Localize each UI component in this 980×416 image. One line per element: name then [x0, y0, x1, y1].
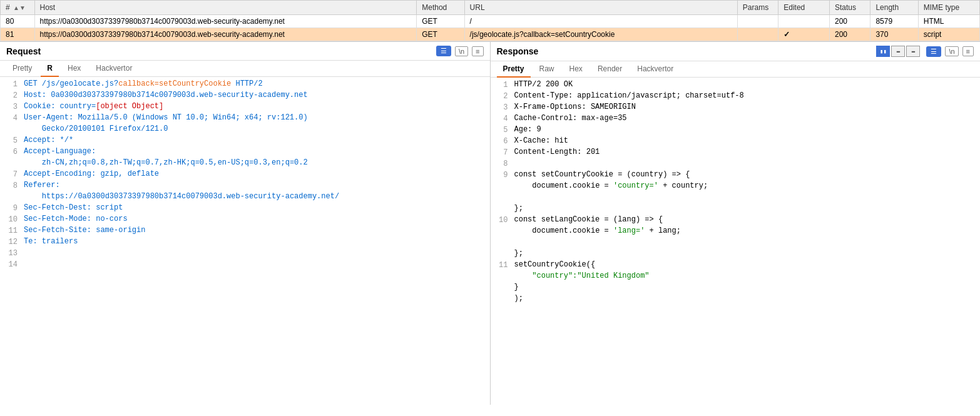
request-wrap-btn[interactable]: \n: [455, 46, 468, 56]
col-status[interactable]: Status: [830, 1, 870, 15]
line-number: [493, 181, 508, 182]
code-line: }: [491, 283, 981, 294]
response-panel-tools: ▮▮ ▬ ▬ ☰ \n ≡: [876, 46, 974, 57]
col-mime[interactable]: MIME type: [918, 1, 979, 15]
code-line: };: [491, 204, 981, 215]
request-menu-btn[interactable]: ≡: [472, 46, 483, 56]
line-content: }: [514, 283, 978, 292]
response-tabs: Pretty Raw Hex Render Hackvertor: [491, 61, 981, 78]
line-content: document.cookie = 'lang=' + lang;: [514, 226, 978, 235]
col-method[interactable]: Method: [417, 1, 464, 15]
code-line: );: [491, 294, 981, 305]
line-content: setCountryCookie({: [514, 260, 978, 269]
code-line: 10Sec-Fetch-Mode: no-cors: [0, 215, 490, 226]
code-line: [491, 193, 981, 204]
col-params[interactable]: Params: [737, 1, 778, 15]
code-token: + lang;: [645, 226, 681, 235]
line-content: );: [514, 294, 978, 303]
line-number: 12: [3, 237, 18, 246]
response-title: Response: [497, 46, 539, 56]
code-token: 'country=': [613, 181, 658, 190]
view-horiz-icon[interactable]: ▬: [891, 46, 905, 57]
col-edited[interactable]: Edited: [778, 1, 830, 15]
line-number: 1: [3, 79, 18, 89]
request-code-area: 1GET /js/geolocate.js?callback=setCountr…: [0, 77, 490, 405]
col-host[interactable]: Host: [34, 1, 417, 15]
code-line: 9const setCountryCookie = (country) => {: [491, 170, 981, 181]
code-token: X-Frame-Options: SAMEORIGIN: [514, 103, 636, 111]
code-token: callback=setCountryCookie: [118, 79, 231, 88]
line-number: [493, 193, 508, 193]
code-token: 'lang=': [613, 226, 645, 235]
code-line: zh-CN,zh;q=0.8,zh-TW;q=0.7,zh-HK;q=0.5,e…: [0, 158, 490, 170]
code-line: 9Sec-Fetch-Dest: script: [0, 203, 490, 215]
response-menu-btn[interactable]: ≡: [962, 46, 974, 56]
tab-request-r[interactable]: R: [41, 61, 59, 77]
response-inspector-btn[interactable]: ☰: [926, 46, 941, 57]
line-number: 8: [493, 159, 508, 168]
tab-request-hex[interactable]: Hex: [61, 61, 87, 77]
code-line: 13: [0, 248, 490, 260]
table-cell: ✓: [778, 28, 830, 41]
table-row[interactable]: 80https://0a0300d30373397980b3714c007900…: [1, 15, 980, 28]
col-length[interactable]: Length: [870, 1, 918, 15]
table-cell: 81: [1, 28, 35, 41]
code-line: 3Cookie: country=[object Object]: [0, 102, 490, 113]
code-token: Sec-Fetch-Mode: no-cors: [24, 215, 128, 223]
code-token: Cookie: country=: [24, 102, 96, 111]
code-token: Referer:: [24, 181, 60, 190]
line-number: 6: [3, 147, 18, 156]
line-number: 13: [3, 248, 18, 258]
line-content: document.cookie = 'country=' + country;: [514, 181, 978, 190]
tab-response-raw[interactable]: Raw: [533, 61, 561, 78]
code-line: 4Cache-Control: max-age=35: [491, 114, 981, 125]
code-line: 2Content-Type: application/javascript; c…: [491, 91, 981, 103]
line-number: [493, 283, 508, 283]
table-row[interactable]: 81https://0a0300d30373397980b3714c007900…: [1, 28, 980, 41]
line-number: 6: [493, 136, 508, 146]
code-token: User-Agent: Mozilla/5.0 (Windows NT 10.0…: [24, 113, 308, 122]
line-content: Accept-Language:: [24, 147, 487, 156]
code-line: 12Te: trailers: [0, 237, 490, 248]
request-inspector-btn[interactable]: ☰: [436, 46, 451, 56]
code-token: HTTP/2: [231, 79, 262, 88]
tab-response-pretty[interactable]: Pretty: [497, 61, 531, 78]
table-cell: [737, 15, 778, 28]
table-cell: https://0a0300d30373397980b3714c0079003d…: [34, 28, 417, 41]
tab-request-hackvertor[interactable]: Hackvertor: [89, 61, 138, 77]
col-hash[interactable]: # ▲▼: [1, 1, 35, 15]
code-line: 7Accept-Encoding: gzip, deflate: [0, 170, 490, 181]
tab-response-hex[interactable]: Hex: [563, 61, 589, 78]
tab-response-render[interactable]: Render: [591, 61, 628, 78]
line-content: Content-Length: 201: [514, 148, 978, 156]
line-number: [3, 124, 18, 125]
response-panel: Response ▮▮ ▬ ▬ ☰ \n ≡ Pretty Raw Hex Re…: [491, 42, 981, 405]
line-number: [493, 271, 508, 272]
code-line: 6Accept-Language:: [0, 147, 490, 158]
col-url[interactable]: URL: [464, 1, 737, 15]
table-cell: GET: [417, 15, 464, 28]
tab-response-hackvertor[interactable]: Hackvertor: [631, 61, 680, 78]
code-line: 1HTTP/2 200 OK: [491, 80, 981, 91]
view-split-icon[interactable]: ▮▮: [876, 46, 890, 57]
code-line: 2Host: 0a0300d30373397980b3714c0079003d.…: [0, 91, 490, 102]
code-token: setCountryCookie({: [514, 260, 596, 269]
view-single-icon[interactable]: ▬: [906, 46, 920, 57]
line-content: Cookie: country=[object Object]: [24, 102, 487, 111]
tab-request-pretty[interactable]: Pretty: [6, 61, 38, 77]
request-panel-tools: ☰ \n ≡: [436, 46, 484, 56]
response-wrap-btn[interactable]: \n: [945, 46, 958, 56]
code-token: + country;: [658, 181, 708, 190]
code-line: document.cookie = 'lang=' + lang;: [491, 226, 981, 238]
code-line: 5Accept: */*: [0, 136, 490, 147]
code-token: Gecko/20100101 Firefox/121.0: [24, 124, 168, 133]
code-line: 7Content-Length: 201: [491, 148, 981, 159]
table-cell: [737, 28, 778, 41]
line-content: Cache-Control: max-age=35: [514, 114, 978, 123]
code-token: HTTP/2 200 OK: [514, 80, 573, 89]
code-token: Sec-Fetch-Dest: script: [24, 203, 123, 212]
code-token: document.cookie =: [514, 181, 613, 190]
code-line: https://0a0300d30373397980b3714c0079003d…: [0, 192, 490, 203]
line-number: 4: [493, 114, 508, 123]
table-cell: HTML: [918, 15, 979, 28]
